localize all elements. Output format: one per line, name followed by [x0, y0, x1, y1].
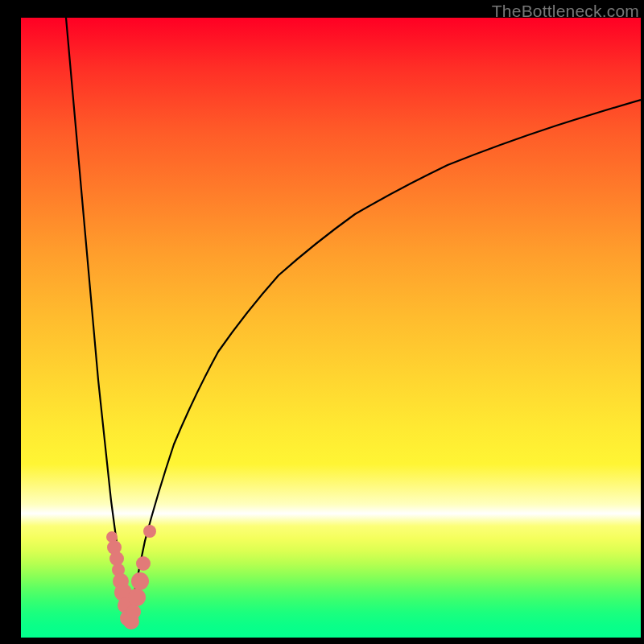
data-markers	[106, 525, 156, 630]
chart-plot	[21, 18, 641, 638]
svg-point-13	[143, 525, 156, 538]
svg-point-9	[126, 605, 141, 619]
svg-point-12	[136, 556, 151, 571]
watermark-text: TheBottleneck.com	[492, 2, 639, 21]
svg-point-10	[128, 588, 146, 606]
bottleneck-curve-left	[66, 18, 129, 623]
chart-frame	[21, 18, 641, 638]
svg-point-11	[131, 572, 149, 590]
bottleneck-curve-right	[129, 100, 642, 623]
